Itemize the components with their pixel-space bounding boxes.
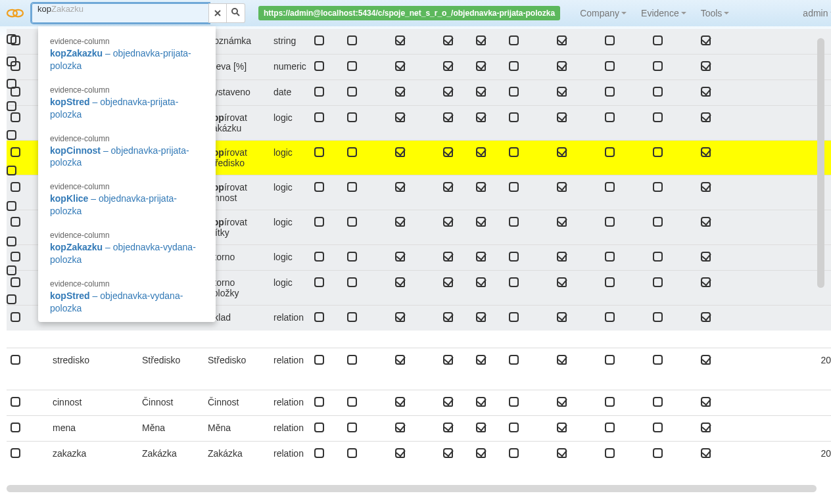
checkbox-checked-icon[interactable] (443, 182, 453, 192)
checkbox-checked-icon[interactable] (557, 423, 567, 432)
checkbox-unchecked-icon[interactable] (347, 423, 357, 432)
checkbox-checked-icon[interactable] (701, 182, 711, 192)
checkbox-checked-icon[interactable] (476, 355, 486, 365)
checkbox-unchecked-icon[interactable] (347, 112, 357, 122)
checkbox-checked-icon[interactable] (443, 423, 453, 432)
checkbox-unchecked-icon[interactable] (605, 35, 615, 45)
checkbox-checked-icon[interactable] (701, 147, 711, 157)
checkbox-checked-icon[interactable] (395, 182, 405, 192)
checkbox-unchecked-icon[interactable] (347, 277, 357, 287)
checkbox-unchecked-icon[interactable] (7, 201, 16, 211)
checkbox-unchecked-icon[interactable] (347, 147, 357, 157)
checkbox-checked-icon[interactable] (395, 61, 405, 71)
checkbox-checked-icon[interactable] (476, 147, 486, 157)
checkbox-unchecked-icon[interactable] (7, 166, 16, 175)
checkbox-unchecked-icon[interactable] (11, 397, 20, 407)
table-row[interactable]: zakazkaZakázkaZakázkarelation20 (7, 442, 831, 467)
checkbox-unchecked-icon[interactable] (7, 34, 16, 44)
checkbox-unchecked-icon[interactable] (653, 397, 663, 407)
clear-search-button[interactable] (208, 3, 227, 23)
checkbox-unchecked-icon[interactable] (347, 35, 357, 45)
checkbox-unchecked-icon[interactable] (314, 397, 324, 407)
checkbox-checked-icon[interactable] (395, 277, 405, 287)
checkbox-unchecked-icon[interactable] (314, 35, 324, 45)
checkbox-unchecked-icon[interactable] (509, 423, 519, 432)
suggestion-link[interactable]: kopZakazku – objednavka-prijata-polozka (50, 47, 204, 72)
checkbox-checked-icon[interactable] (701, 355, 711, 365)
menu-evidence[interactable]: Evidence (634, 4, 693, 22)
checkbox-checked-icon[interactable] (443, 61, 453, 71)
checkbox-unchecked-icon[interactable] (509, 61, 519, 71)
checkbox-unchecked-icon[interactable] (509, 312, 519, 322)
checkbox-checked-icon[interactable] (701, 87, 711, 97)
horizontal-scrollbar[interactable] (7, 485, 817, 492)
checkbox-checked-icon[interactable] (395, 355, 405, 365)
checkbox-unchecked-icon[interactable] (605, 312, 615, 322)
checkbox-unchecked-icon[interactable] (605, 217, 615, 227)
checkbox-unchecked-icon[interactable] (11, 355, 20, 365)
checkbox-unchecked-icon[interactable] (314, 355, 324, 365)
checkbox-checked-icon[interactable] (701, 217, 711, 227)
checkbox-checked-icon[interactable] (395, 252, 405, 262)
checkbox-checked-icon[interactable] (395, 397, 405, 407)
checkbox-unchecked-icon[interactable] (347, 87, 357, 97)
table-row[interactable]: cinnostČinnostČinnostrelation (7, 390, 831, 416)
checkbox-checked-icon[interactable] (395, 423, 405, 432)
checkbox-unchecked-icon[interactable] (347, 252, 357, 262)
checkbox-checked-icon[interactable] (557, 312, 567, 322)
checkbox-checked-icon[interactable] (701, 397, 711, 407)
menu-tools[interactable]: Tools (694, 4, 736, 22)
suggestion-link[interactable]: kopStred – objednavka-vydana-polozka (50, 290, 204, 315)
checkbox-unchecked-icon[interactable] (314, 423, 324, 432)
checkbox-unchecked-icon[interactable] (605, 182, 615, 192)
checkbox-unchecked-icon[interactable] (509, 448, 519, 458)
checkbox-unchecked-icon[interactable] (605, 61, 615, 71)
checkbox-unchecked-icon[interactable] (653, 252, 663, 262)
checkbox-unchecked-icon[interactable] (653, 423, 663, 432)
checkbox-unchecked-icon[interactable] (347, 217, 357, 227)
checkbox-checked-icon[interactable] (476, 35, 486, 45)
checkbox-unchecked-icon[interactable] (605, 355, 615, 365)
checkbox-checked-icon[interactable] (701, 277, 711, 287)
checkbox-unchecked-icon[interactable] (605, 397, 615, 407)
checkbox-checked-icon[interactable] (557, 35, 567, 45)
checkbox-checked-icon[interactable] (395, 448, 405, 458)
checkbox-checked-icon[interactable] (476, 252, 486, 262)
checkbox-checked-icon[interactable] (395, 35, 405, 45)
checkbox-unchecked-icon[interactable] (314, 112, 324, 122)
checkbox-unchecked-icon[interactable] (509, 355, 519, 365)
checkbox-checked-icon[interactable] (557, 252, 567, 262)
checkbox-unchecked-icon[interactable] (509, 217, 519, 227)
checkbox-unchecked-icon[interactable] (7, 57, 16, 66)
search-button[interactable] (227, 3, 245, 23)
checkbox-checked-icon[interactable] (476, 182, 486, 192)
checkbox-unchecked-icon[interactable] (653, 277, 663, 287)
checkbox-unchecked-icon[interactable] (605, 112, 615, 122)
checkbox-unchecked-icon[interactable] (653, 87, 663, 97)
checkbox-unchecked-icon[interactable] (7, 237, 16, 246)
checkbox-checked-icon[interactable] (476, 61, 486, 71)
suggestion-item[interactable]: evidence-columnkopStred – objednavka-vyd… (38, 275, 216, 322)
checkbox-checked-icon[interactable] (443, 448, 453, 458)
checkbox-unchecked-icon[interactable] (509, 112, 519, 122)
checkbox-checked-icon[interactable] (557, 277, 567, 287)
checkbox-unchecked-icon[interactable] (653, 217, 663, 227)
checkbox-checked-icon[interactable] (476, 397, 486, 407)
checkbox-unchecked-icon[interactable] (653, 112, 663, 122)
checkbox-checked-icon[interactable] (701, 448, 711, 458)
checkbox-checked-icon[interactable] (476, 87, 486, 97)
checkbox-unchecked-icon[interactable] (605, 448, 615, 458)
checkbox-unchecked-icon[interactable] (7, 130, 16, 140)
checkbox-checked-icon[interactable] (701, 112, 711, 122)
checkbox-checked-icon[interactable] (395, 312, 405, 322)
suggestion-link[interactable]: kopStred – objednavka-prijata-polozka (50, 96, 204, 121)
checkbox-checked-icon[interactable] (557, 61, 567, 71)
checkbox-unchecked-icon[interactable] (347, 448, 357, 458)
suggestion-link[interactable]: kopKlice – objednavka-prijata-polozka (50, 193, 204, 218)
checkbox-checked-icon[interactable] (395, 217, 405, 227)
suggestion-item[interactable]: evidence-columnkopStred – objednavka-pri… (38, 81, 216, 130)
menu-company[interactable]: Company (573, 4, 633, 22)
checkbox-checked-icon[interactable] (443, 35, 453, 45)
checkbox-unchecked-icon[interactable] (653, 312, 663, 322)
checkbox-checked-icon[interactable] (557, 448, 567, 458)
